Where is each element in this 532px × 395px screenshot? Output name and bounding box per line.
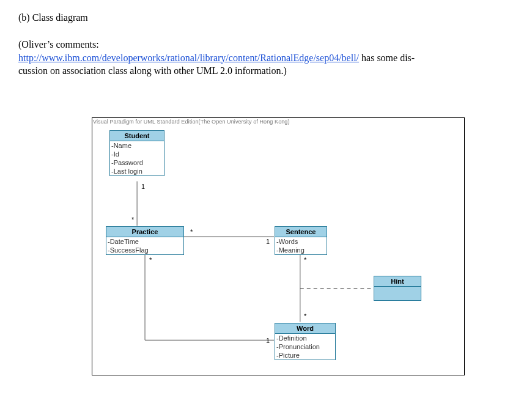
class-sentence: Sentence -Words -Meaning [275, 226, 327, 255]
comment-line2: http://www.ibm.com/developerworks/ration… [18, 51, 514, 65]
mult-student-bottom: 1 [141, 183, 145, 190]
mult-sentence-bottom-star: * [304, 256, 306, 264]
class-sentence-title: Sentence [275, 227, 327, 237]
comment-after-link: has some dis- [359, 53, 415, 63]
class-word-title: Word [275, 323, 335, 334]
mult-practice-top: * [131, 216, 134, 223]
attr: -Meaning [275, 246, 327, 254]
class-practice-title: Practice [106, 227, 183, 237]
mult-practice-bottom-star: * [149, 256, 152, 264]
class-word: Word -Definition -Pronunciation -Picture [275, 323, 336, 360]
comment-block: (Oliver’s comments: http://www.ibm.com/d… [18, 38, 514, 78]
class-practice: Practice -DateTime -SuccessFlag [106, 226, 184, 255]
attr: -Words [275, 237, 327, 246]
class-student-title: Student [110, 131, 164, 141]
reference-link[interactable]: http://www.ibm.com/developerworks/ration… [18, 53, 359, 63]
attr: -Definition [275, 334, 335, 342]
attr: -Last login [110, 167, 164, 175]
attr: -Picture [275, 351, 335, 360]
comment-line3: cussion on association class along with … [18, 64, 514, 78]
mult-word-top-star: * [304, 312, 306, 320]
class-hint-body [374, 287, 421, 300]
tool-watermark: Visual Paradigm for UML Standard Edition… [93, 119, 290, 125]
attr: -Name [110, 141, 164, 150]
mult-word-left-one: 1 [266, 337, 270, 344]
class-hint-title: Hint [374, 276, 421, 287]
mult-practice-right-star: * [190, 228, 193, 235]
class-student: Student -Name -Id -Password -Last login [109, 130, 164, 176]
class-hint: Hint [374, 276, 421, 301]
uml-diagram: Visual Paradigm for UML Standard Edition… [92, 117, 465, 375]
attr: -Password [110, 158, 164, 167]
comment-line1: (Oliver’s comments: [18, 38, 514, 51]
attr: -DateTime [106, 237, 183, 246]
attr: -Pronunciation [275, 342, 335, 351]
attr: -SuccessFlag [106, 246, 183, 254]
attr: -Id [110, 150, 164, 158]
mult-sentence-left-one: 1 [266, 238, 270, 245]
section-heading: (b) Class diagram [18, 12, 514, 23]
